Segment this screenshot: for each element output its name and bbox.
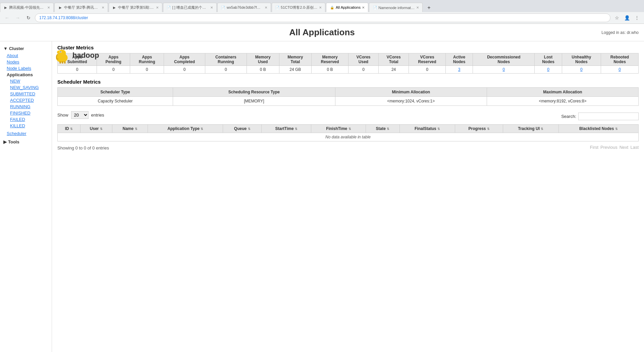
page-title: All Applications (0, 27, 644, 38)
app-col-queue[interactable]: Queue ⇅ (223, 125, 262, 133)
val-decommissioned-nodes[interactable]: 0 (473, 66, 535, 74)
first-page[interactable]: First (590, 145, 598, 150)
applications-table: ID ⇅ User ⇅ Name ⇅ Application Type ⇅ Qu… (57, 124, 639, 141)
back-button[interactable]: ← (3, 13, 11, 22)
last-page[interactable]: Last (630, 145, 639, 150)
arrow-right-icon: ▶ (3, 139, 7, 144)
new-tab-button[interactable]: + (425, 3, 433, 12)
sidebar-app-killed[interactable]: KILLED (0, 123, 52, 129)
tab-favicon-2: ▶ (112, 5, 117, 10)
val-apps-running: 0 (130, 66, 164, 74)
entries-label: entries (91, 113, 104, 118)
val-unhealthy-nodes[interactable]: 0 (562, 66, 601, 74)
lost-nodes-link[interactable]: 0 (547, 67, 549, 72)
tab-close-0[interactable]: ✕ (47, 6, 50, 9)
tab-6[interactable]: 🔒 All Applications ✕ (326, 3, 368, 12)
app-col-progress[interactable]: Progress ⇅ (455, 125, 503, 133)
col-apps-completed: AppsCompleted (164, 53, 205, 66)
col-memory-total: MemoryTotal (279, 53, 312, 66)
col-unhealthy-nodes: UnhealthyNodes (562, 53, 601, 66)
address-bar-row: ← → ↻ ☆ 👤 ⋮ (0, 12, 644, 24)
sched-val-type: Capacity Scheduler (58, 97, 173, 106)
app-col-state[interactable]: State ⇅ (366, 125, 399, 133)
decommissioned-link[interactable]: 0 (502, 67, 505, 72)
sidebar-app-running[interactable]: RUNNING (0, 103, 52, 110)
sidebar-node-labels[interactable]: Node Labels (0, 65, 52, 72)
tab-close-2[interactable]: ✕ (156, 6, 159, 9)
search-container: Search: (561, 113, 639, 120)
tab-favicon-1: ▶ (58, 5, 63, 10)
app-col-name[interactable]: Name ⇅ (112, 125, 148, 133)
tab-label-0: 腾讯视频-中国领先的在线... (9, 5, 46, 10)
sched-val-min-alloc: <memory:1024, vCores:1> (335, 97, 487, 106)
app-col-finishtime[interactable]: FinishTime ⇅ (311, 125, 366, 133)
tab-5[interactable]: 📄 51CTO博客2.0-原创IT比... ✕ (272, 3, 325, 12)
app-col-starttime[interactable]: StartTime ⇅ (262, 125, 311, 133)
col-memory-used: MemoryUsed (247, 53, 279, 66)
search-input[interactable] (578, 113, 639, 120)
sidebar-cluster-title[interactable]: ▼ Cluster (0, 45, 52, 52)
app-col-blacklisted-nodes[interactable]: Blacklisted Nodes ⇅ (558, 125, 638, 133)
forward-button[interactable]: → (13, 13, 22, 22)
sidebar-app-submitted[interactable]: SUBMITTED (0, 91, 52, 97)
tab-7[interactable]: 📄 Namenode informatio... ✕ (369, 3, 423, 12)
no-data-cell: No data available in table (58, 133, 639, 141)
app-col-tracking-ui[interactable]: Tracking UI ⇅ (503, 125, 558, 133)
tab-0[interactable]: ▶ 腾讯视频-中国领先的在线... ✕ (0, 3, 54, 12)
val-vcores-total: 24 (379, 66, 409, 74)
sidebar-app-new[interactable]: NEW (0, 78, 52, 84)
bookmark-button[interactable]: ☆ (612, 13, 621, 22)
col-rebooted-nodes: RebootedNodes (601, 53, 638, 66)
logged-in-text: Logged in as: dr.who (601, 30, 639, 35)
tab-4[interactable]: 📄 wx5ab76de3dbb7f的比... ✕ (217, 3, 271, 12)
val-active-nodes[interactable]: 3 (445, 66, 473, 74)
address-input[interactable] (35, 13, 610, 22)
tab-close-1[interactable]: ✕ (102, 6, 104, 9)
sidebar-cluster-label: Cluster (9, 46, 24, 51)
sidebar-about[interactable]: About (0, 52, 52, 59)
cluster-metrics-table: AppsSubmitted AppsPending AppsRunning Ap… (57, 53, 639, 74)
sidebar-app-finished[interactable]: FINISHED (0, 110, 52, 116)
app-col-id[interactable]: ID ⇅ (58, 125, 80, 133)
active-nodes-link[interactable]: 3 (458, 67, 461, 72)
val-lost-nodes[interactable]: 0 (535, 66, 562, 74)
pagination-row: First Previous Next Last (590, 145, 639, 150)
sidebar-tools-title[interactable]: ▶ Tools (0, 138, 52, 146)
unhealthy-nodes-link[interactable]: 0 (580, 67, 583, 72)
val-rebooted-nodes[interactable]: 0 (601, 66, 638, 74)
sidebar-applications[interactable]: Applications (0, 72, 52, 78)
tab-close-7[interactable]: ✕ (416, 6, 419, 9)
sched-val-resource-type: [MEMORY] (173, 97, 335, 106)
reload-button[interactable]: ↻ (24, 13, 33, 22)
prev-page[interactable]: Previous (600, 145, 618, 150)
app-col-user[interactable]: User ⇅ (80, 125, 112, 133)
sidebar-app-accepted[interactable]: ACCEPTED (0, 97, 52, 103)
starttime-sort-icon: ⇅ (295, 127, 298, 131)
sidebar-app-failed[interactable]: FAILED (0, 116, 52, 123)
tab-3[interactable]: 📄 [ ] 嗜血已成魔的个人三... ✕ (163, 3, 217, 12)
sidebar-nodes[interactable]: Nodes (0, 59, 52, 65)
next-page[interactable]: Next (620, 145, 629, 150)
tab-close-5[interactable]: ✕ (319, 6, 322, 9)
sidebar-cluster-section: ▼ Cluster About Nodes Node Labels Applic… (0, 45, 52, 129)
entries-select[interactable]: 20 50 100 (71, 111, 89, 119)
profile-button[interactable]: 👤 (623, 13, 631, 22)
tab-close-3[interactable]: ✕ (210, 6, 213, 9)
sidebar-scheduler[interactable]: Scheduler (0, 130, 52, 137)
tab-favicon-7: 📄 (373, 5, 377, 10)
tab-close-6[interactable]: ✕ (362, 6, 365, 9)
menu-button[interactable]: ⋮ (633, 13, 641, 22)
tab-2[interactable]: ▶ 中餐厅 第2季第5期: 鼎... ✕ (109, 3, 162, 12)
rebooted-nodes-link[interactable]: 0 (619, 67, 621, 72)
trackingui-sort-icon: ⇅ (541, 127, 543, 131)
progress-sort-icon: ⇅ (487, 127, 490, 131)
tab-close-4[interactable]: ✕ (265, 6, 267, 9)
hadoop-logo-text: hadoop (72, 51, 99, 60)
app-col-finalstatus[interactable]: FinalStatus ⇅ (399, 125, 455, 133)
finishtime-sort-icon: ⇅ (348, 127, 351, 131)
tab-favicon-0: ▶ (4, 5, 8, 10)
name-sort-icon: ⇅ (135, 127, 138, 131)
app-col-type[interactable]: Application Type ⇅ (148, 125, 223, 133)
tab-1[interactable]: ▶ 中餐厅 第2季-腾讯视频 ✕ (54, 3, 108, 12)
sidebar-app-new-saving[interactable]: NEW_SAVING (0, 84, 52, 91)
